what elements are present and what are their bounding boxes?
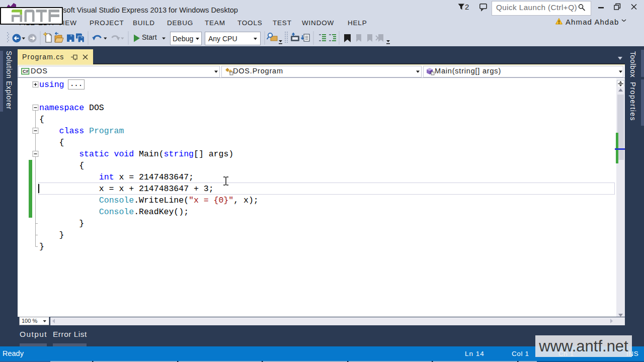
svg-text:C#: C# [23, 69, 29, 74]
